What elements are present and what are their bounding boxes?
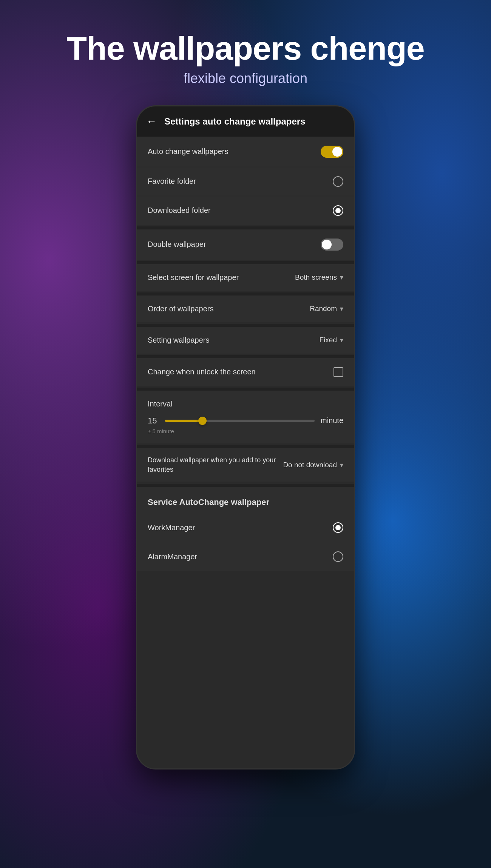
hero-section: The wallpapers chenge flexible configura… <box>0 0 491 98</box>
alarmmanager-radio[interactable] <box>333 551 343 562</box>
interval-hint: ± 5 minute <box>148 428 343 434</box>
alarmmanager-row[interactable]: AlarmManager <box>137 542 354 571</box>
change-unlock-row[interactable]: Change when unlock the screen <box>137 358 354 386</box>
setting-wallpapers-label: Setting wallpapers <box>148 336 320 345</box>
favorite-folder-row[interactable]: Favorite folder <box>137 167 354 196</box>
back-button[interactable]: ← <box>146 115 157 128</box>
select-screen-section: Select screen for wallpaper Both screens… <box>137 264 354 291</box>
order-dropdown[interactable]: Random ▾ <box>310 305 343 313</box>
phone: ← Settings auto change wallpapers Auto c… <box>136 105 355 770</box>
divider-5 <box>137 355 354 358</box>
double-wallpaper-toggle[interactable] <box>321 239 343 251</box>
select-screen-label: Select screen for wallpaper <box>148 273 295 282</box>
auto-change-section: Auto change wallpapers Favorite folder D… <box>137 137 354 225</box>
order-label: Order of wallpapers <box>148 305 310 313</box>
alarmmanager-label: AlarmManager <box>148 553 333 561</box>
interval-row: 15 minute <box>148 416 343 426</box>
service-header: Service AutoChange wallpaper <box>137 487 354 513</box>
download-fav-row[interactable]: Download wallpaper when you add to your … <box>137 448 354 482</box>
auto-change-row: Auto change wallpapers <box>137 137 354 167</box>
divider-1 <box>137 226 354 229</box>
hero-title: The wallpapers chenge <box>0 30 491 67</box>
order-section: Order of wallpapers Random ▾ <box>137 295 354 322</box>
hero-subtitle: flexible configuration <box>0 71 491 86</box>
auto-change-toggle-thumb <box>332 147 342 157</box>
favorite-folder-radio[interactable] <box>333 176 343 187</box>
service-section: Service AutoChange wallpaper WorkManager… <box>137 487 354 571</box>
downloaded-folder-label: Downloaded folder <box>148 206 333 215</box>
slider-fill <box>165 420 202 422</box>
divider-2 <box>137 261 354 264</box>
download-fav-section: Download wallpaper when you add to your … <box>137 448 354 482</box>
workmanager-row[interactable]: WorkManager <box>137 513 354 542</box>
setting-wallpapers-dropdown[interactable]: Fixed ▾ <box>320 336 343 344</box>
divider-8 <box>137 484 354 487</box>
setting-wallpapers-arrow: ▾ <box>340 336 343 344</box>
workmanager-radio[interactable] <box>333 522 343 533</box>
change-unlock-checkbox[interactable] <box>334 367 343 377</box>
slider-thumb[interactable] <box>198 417 207 425</box>
select-screen-row[interactable]: Select screen for wallpaper Both screens… <box>137 264 354 291</box>
interval-label: Interval <box>148 400 343 408</box>
change-unlock-section: Change when unlock the screen <box>137 358 354 386</box>
setting-wallpapers-section: Setting wallpapers Fixed ▾ <box>137 327 354 354</box>
download-fav-arrow: ▾ <box>340 461 343 469</box>
download-fav-value: Do not download <box>283 461 337 469</box>
phone-wrapper: ← Settings auto change wallpapers Auto c… <box>0 105 491 770</box>
select-screen-arrow: ▾ <box>340 273 343 282</box>
select-screen-dropdown[interactable]: Both screens ▾ <box>295 273 343 282</box>
setting-wallpapers-value: Fixed <box>320 336 337 344</box>
workmanager-label: WorkManager <box>148 523 333 532</box>
download-fav-dropdown[interactable]: Do not download ▾ <box>283 461 343 469</box>
download-fav-label: Download wallpaper when you add to your … <box>148 456 278 474</box>
divider-4 <box>137 324 354 327</box>
order-row[interactable]: Order of wallpapers Random ▾ <box>137 295 354 322</box>
favorite-folder-label: Favorite folder <box>148 177 333 186</box>
screen-title: Settings auto change wallpapers <box>164 116 305 127</box>
setting-wallpapers-row[interactable]: Setting wallpapers Fixed ▾ <box>137 327 354 354</box>
interval-number: 15 <box>148 416 159 426</box>
double-wallpaper-section: Double wallpaper <box>137 229 354 260</box>
divider-6 <box>137 388 354 391</box>
divider-3 <box>137 292 354 295</box>
downloaded-folder-row[interactable]: Downloaded folder <box>137 196 354 225</box>
divider-7 <box>137 445 354 448</box>
order-value: Random <box>310 305 337 313</box>
auto-change-label: Auto change wallpapers <box>148 147 321 156</box>
order-arrow: ▾ <box>340 305 343 313</box>
interval-unit: minute <box>321 416 343 425</box>
double-wallpaper-label: Double wallpaper <box>148 240 321 249</box>
select-screen-value: Both screens <box>295 273 337 282</box>
double-wallpaper-thumb <box>322 240 332 249</box>
slider-track <box>165 420 315 422</box>
top-bar: ← Settings auto change wallpapers <box>137 106 354 137</box>
downloaded-folder-radio[interactable] <box>333 205 343 216</box>
double-wallpaper-row: Double wallpaper <box>137 229 354 260</box>
interval-slider[interactable] <box>165 420 315 422</box>
phone-screen: ← Settings auto change wallpapers Auto c… <box>137 106 354 768</box>
auto-change-toggle[interactable] <box>321 146 343 158</box>
settings-list: Auto change wallpapers Favorite folder D… <box>137 137 354 571</box>
change-unlock-label: Change when unlock the screen <box>148 368 334 376</box>
interval-section: Interval 15 minute ± 5 minute <box>137 391 354 443</box>
